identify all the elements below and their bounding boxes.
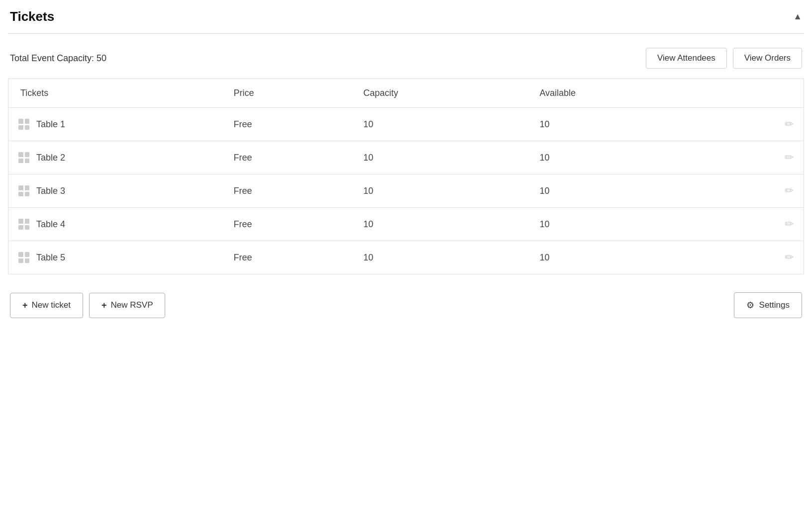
ticket-price-2: Free (224, 174, 354, 208)
edit-icon[interactable]: ✏ (785, 218, 794, 230)
table-row: Table 1 Free1010✏ (8, 108, 804, 141)
capacity-label: Total Event Capacity: 50 (10, 53, 106, 64)
ticket-name-cell-1: Table 2 (8, 141, 224, 174)
ticket-available-0: 10 (529, 108, 710, 141)
view-attendees-button[interactable]: View Attendees (646, 48, 727, 69)
table-row: Table 5 Free1010✏ (8, 241, 804, 274)
ticket-name: Table 4 (36, 219, 65, 230)
col-header-actions (710, 79, 804, 108)
ticket-edit-cell-0: ✏ (710, 108, 804, 141)
ticket-price-3: Free (224, 208, 354, 241)
tickets-table: Tickets Price Capacity Available Table 1… (8, 79, 804, 274)
table-row: Table 4 Free1010✏ (8, 208, 804, 241)
edit-icon[interactable]: ✏ (785, 251, 794, 263)
collapse-icon[interactable]: ▲ (793, 11, 802, 22)
table-row: Table 2 Free1010✏ (8, 141, 804, 174)
plus-icon-new-ticket: + (22, 300, 28, 311)
settings-label: Settings (759, 300, 790, 310)
tickets-section: Tickets ▲ Total Event Capacity: 50 View … (0, 0, 812, 334)
new-ticket-label: New ticket (32, 300, 71, 310)
col-header-available: Available (529, 79, 710, 108)
table-row: Table 3 Free1010✏ (8, 174, 804, 208)
ticket-capacity-3: 10 (353, 208, 529, 241)
footer-row: + New ticket + New RSVP ⚙ Settings (8, 286, 804, 318)
gear-icon: ⚙ (746, 300, 754, 311)
col-header-capacity: Capacity (353, 79, 529, 108)
ticket-name: Table 2 (36, 153, 65, 163)
ticket-available-4: 10 (529, 241, 710, 274)
table-header-row: Tickets Price Capacity Available (8, 79, 804, 108)
ticket-name: Table 5 (36, 253, 65, 263)
ticket-available-2: 10 (529, 174, 710, 208)
drag-handle-icon[interactable] (18, 219, 29, 230)
col-header-tickets: Tickets (8, 79, 224, 108)
ticket-price-0: Free (224, 108, 354, 141)
ticket-capacity-2: 10 (353, 174, 529, 208)
ticket-edit-cell-1: ✏ (710, 141, 804, 174)
ticket-capacity-4: 10 (353, 241, 529, 274)
edit-icon[interactable]: ✏ (785, 184, 794, 197)
new-rsvp-label: New RSVP (110, 300, 153, 310)
ticket-price-4: Free (224, 241, 354, 274)
section-header: Tickets ▲ (8, 0, 804, 34)
ticket-name-cell-4: Table 5 (8, 241, 224, 274)
new-rsvp-button[interactable]: + New RSVP (89, 293, 166, 318)
ticket-name-cell-2: Table 3 (8, 174, 224, 208)
ticket-name: Table 3 (36, 186, 65, 196)
ticket-edit-cell-3: ✏ (710, 208, 804, 241)
footer-left: + New ticket + New RSVP (10, 293, 165, 318)
ticket-capacity-0: 10 (353, 108, 529, 141)
ticket-name-cell-3: Table 4 (8, 208, 224, 241)
ticket-price-1: Free (224, 141, 354, 174)
ticket-name: Table 1 (36, 119, 65, 130)
settings-button[interactable]: ⚙ Settings (734, 292, 802, 318)
drag-handle-icon[interactable] (18, 252, 29, 263)
ticket-capacity-1: 10 (353, 141, 529, 174)
ticket-available-3: 10 (529, 208, 710, 241)
ticket-edit-cell-4: ✏ (710, 241, 804, 274)
ticket-edit-cell-2: ✏ (710, 174, 804, 208)
drag-handle-icon[interactable] (18, 119, 29, 130)
drag-handle-icon[interactable] (18, 152, 29, 163)
edit-icon[interactable]: ✏ (785, 118, 794, 130)
section-title: Tickets (10, 9, 54, 24)
ticket-available-1: 10 (529, 141, 710, 174)
ticket-name-cell-0: Table 1 (8, 108, 224, 141)
view-orders-button[interactable]: View Orders (733, 48, 802, 69)
col-header-price: Price (224, 79, 354, 108)
capacity-row: Total Event Capacity: 50 View Attendees … (8, 34, 804, 79)
new-ticket-button[interactable]: + New ticket (10, 293, 83, 318)
plus-icon-new-rsvp: + (102, 300, 107, 311)
drag-handle-icon[interactable] (18, 185, 29, 196)
action-buttons: View Attendees View Orders (646, 48, 802, 69)
edit-icon[interactable]: ✏ (785, 151, 794, 164)
